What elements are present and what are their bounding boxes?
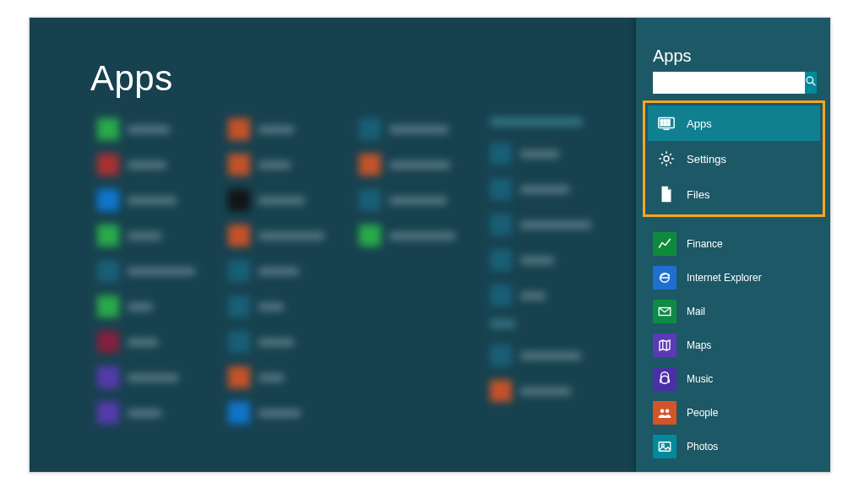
photos-icon — [653, 435, 677, 458]
search-result-photos[interactable]: Photos — [653, 430, 822, 463]
svg-rect-5 — [667, 120, 670, 122]
apps-screen: Apps — [30, 18, 636, 472]
svg-point-0 — [807, 77, 813, 84]
music-icon — [653, 367, 677, 391]
maps-icon — [653, 333, 677, 357]
settings-icon — [656, 149, 677, 169]
svg-rect-4 — [664, 120, 666, 122]
search-button[interactable] — [805, 72, 817, 94]
svg-rect-17 — [660, 379, 661, 383]
search-scope-label: Settings — [687, 153, 726, 165]
svg-rect-21 — [659, 442, 671, 452]
search-scope-files[interactable]: Files — [648, 176, 820, 212]
window-frame: Apps — [29, 17, 831, 473]
search-icon — [805, 75, 817, 90]
svg-line-1 — [812, 83, 816, 86]
mail-icon — [653, 300, 677, 323]
search-result-label: Internet Explorer — [687, 272, 762, 284]
svg-rect-8 — [667, 123, 670, 126]
svg-rect-7 — [664, 123, 666, 126]
search-result-label: Music — [687, 373, 713, 385]
svg-rect-6 — [660, 123, 663, 126]
svg-point-20 — [666, 409, 670, 414]
search-result-label: Maps — [687, 339, 711, 351]
search-result-finance[interactable]: Finance — [653, 227, 822, 261]
ie-icon — [653, 266, 677, 290]
search-scope-label: Files — [687, 188, 709, 201]
search-result-maps[interactable]: Maps — [653, 328, 822, 362]
people-icon — [653, 401, 677, 425]
svg-rect-18 — [668, 379, 670, 383]
svg-rect-3 — [660, 120, 663, 122]
search-result-music[interactable]: Music — [653, 362, 822, 396]
apps-icon — [656, 113, 677, 133]
search-scope-apps[interactable]: Apps — [648, 106, 820, 141]
svg-point-19 — [660, 409, 665, 414]
search-result-ie[interactable]: Internet Explorer — [653, 261, 822, 295]
search-input[interactable] — [653, 72, 805, 94]
search-result-label: People — [687, 407, 718, 419]
search-result-label: Photos — [687, 441, 718, 453]
search-result-people[interactable]: People — [653, 396, 822, 430]
search-result-label: Finance — [687, 238, 723, 250]
search-app-results: Finance Internet Explorer — [653, 227, 822, 463]
svg-point-10 — [664, 156, 669, 161]
search-charm-title: Apps — [653, 46, 692, 66]
search-result-mail[interactable]: Mail — [653, 295, 822, 328]
apps-screen-title: Apps — [90, 58, 173, 99]
apps-grid-blurred — [97, 117, 621, 455]
search-scope-settings[interactable]: Settings — [648, 141, 820, 176]
search-scope-label: Apps — [687, 117, 712, 130]
finance-icon — [653, 232, 677, 256]
search-scope-list: Apps Settings Files — [648, 106, 820, 212]
search-charm-panel: Apps — [636, 18, 830, 472]
search-result-label: Mail — [687, 306, 705, 317]
files-icon — [656, 184, 677, 204]
svg-point-16 — [661, 376, 669, 383]
search-row — [653, 72, 815, 94]
